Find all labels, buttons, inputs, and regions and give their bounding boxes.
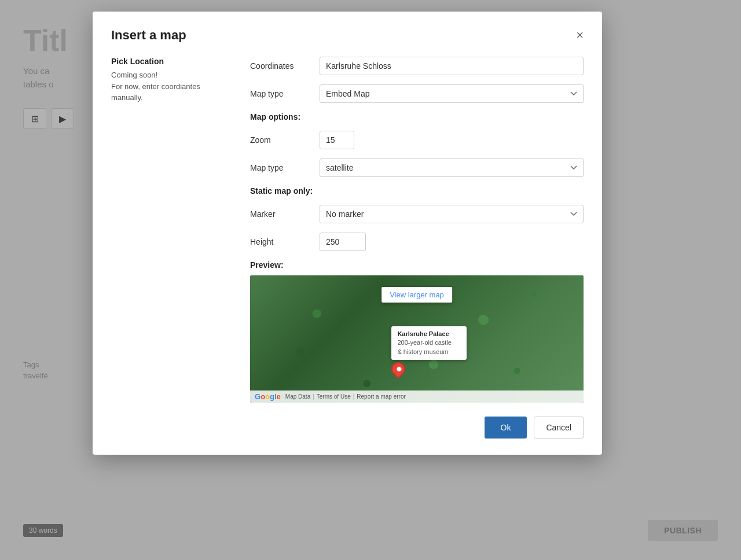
separator: | xyxy=(313,393,314,400)
ok-button[interactable]: Ok xyxy=(485,417,527,439)
insert-map-modal: Insert a map × Pick Location Coming soon… xyxy=(93,12,602,455)
modal-title: Insert a map xyxy=(111,28,186,43)
map-pin xyxy=(391,362,405,381)
map-pin-subtitle2: & history museum xyxy=(397,348,461,356)
height-row: Height xyxy=(250,233,584,251)
zoom-row: Zoom xyxy=(250,131,584,149)
pin-dot xyxy=(396,366,402,373)
marker-row: Marker No marker Red marker Blue marker xyxy=(250,205,584,223)
modal-body: Pick Location Coming soon! For now, ente… xyxy=(111,57,584,403)
coordinates-input[interactable] xyxy=(320,57,584,75)
map-type2-select[interactable]: satellite roadmap terrain hybrid xyxy=(320,159,584,177)
terms-link[interactable]: Terms of Use xyxy=(317,393,351,400)
zoom-input[interactable] xyxy=(320,131,354,149)
preview-label: Preview: xyxy=(250,260,584,270)
coordinates-label: Coordinates xyxy=(250,61,320,71)
map-pin-title: Karlsruhe Palace xyxy=(397,330,461,338)
map-type-row: Map type Embed Map Static Map xyxy=(250,84,584,103)
modal-footer: Ok Cancel xyxy=(111,417,584,439)
coordinates-row: Coordinates xyxy=(250,57,584,75)
height-label: Height xyxy=(250,237,320,246)
map-data-link[interactable]: Map Data xyxy=(285,393,310,400)
modal-header: Insert a map × xyxy=(111,28,584,43)
right-panel: Coordinates Map type Embed Map Static Ma… xyxy=(250,57,584,403)
map-background: View larger map Karlsruhe Palace 200-yea… xyxy=(250,275,584,403)
static-map-title: Static map only: xyxy=(250,186,584,196)
map-type2-label: Map type xyxy=(250,163,320,172)
map-type-label: Map type xyxy=(250,89,320,98)
marker-select[interactable]: No marker Red marker Blue marker xyxy=(320,205,584,223)
report-link[interactable]: Report a map error xyxy=(357,393,405,400)
map-type2-row: Map type satellite roadmap terrain hybri… xyxy=(250,159,584,177)
left-panel: Pick Location Coming soon! For now, ente… xyxy=(111,57,227,403)
map-pin-container: Karlsruhe Palace 200-year-old castle & h… xyxy=(391,326,467,381)
map-pin-subtitle1: 200-year-old castle xyxy=(397,338,461,347)
map-footer-links: Map Data | Terms of Use | Report a map e… xyxy=(285,393,406,400)
marker-label: Marker xyxy=(250,209,320,219)
map-info-box: Karlsruhe Palace 200-year-old castle & h… xyxy=(391,326,467,360)
map-options-title: Map options: xyxy=(250,112,584,121)
map-type-select[interactable]: Embed Map Static Map xyxy=(320,84,584,103)
map-footer: Google Map Data | Terms of Use | Report … xyxy=(250,390,584,403)
pick-location-title: Pick Location xyxy=(111,57,227,66)
height-input[interactable] xyxy=(320,233,366,251)
zoom-label: Zoom xyxy=(250,135,320,145)
close-button[interactable]: × xyxy=(576,29,584,42)
cancel-button[interactable]: Cancel xyxy=(534,417,584,439)
pick-location-description: Coming soon! For now, enter coordiantes … xyxy=(111,69,227,104)
map-preview: View larger map Karlsruhe Palace 200-yea… xyxy=(250,275,584,403)
google-logo: Google xyxy=(255,392,281,401)
separator2: | xyxy=(353,393,355,400)
pin-head xyxy=(388,359,408,379)
view-larger-map-button[interactable]: View larger map xyxy=(381,287,452,303)
